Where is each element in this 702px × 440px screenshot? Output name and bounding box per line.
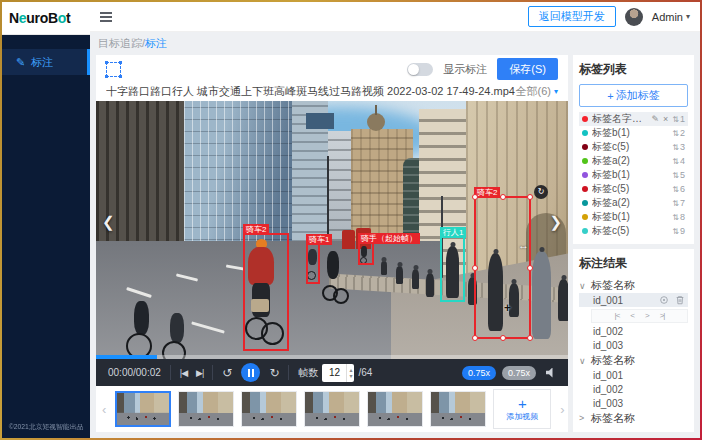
copyright-text: ©2021北京矩视智能出品 <box>9 422 84 431</box>
save-button[interactable]: 保存(S) <box>497 58 558 80</box>
speed-pill[interactable]: 0.75x <box>502 366 536 380</box>
show-annotation-label: 显示标注 <box>443 62 487 77</box>
video-thumbnail[interactable] <box>367 391 423 427</box>
bbox-rider1[interactable]: 骑车1 <box>306 243 320 284</box>
resize-handle[interactable] <box>472 335 478 341</box>
locate-icon[interactable] <box>659 295 669 305</box>
filmstrip-next-icon[interactable]: › <box>558 402 566 417</box>
label-row[interactable]: 标签c(5) ⇅3 <box>579 140 688 154</box>
content-columns: 显示标注 保存(S) 十字路口路口行人 城市交通上下班高峰斑马线过马路视频 20… <box>96 55 694 432</box>
next-frame-button[interactable]: ▶| <box>196 368 203 378</box>
label-row[interactable]: 标签a(2) ⇅7 <box>579 196 688 210</box>
filter-label: 全部(6) <box>516 84 551 99</box>
next-video-arrow[interactable]: ❯ <box>549 213 562 231</box>
scene-red-bus <box>342 230 355 249</box>
label-row[interactable]: 标签b(1) ⇅8 <box>579 210 688 224</box>
prev-frame-button[interactable]: |◀ <box>180 368 187 378</box>
bbox-rider-startframe[interactable]: 骑手（起始帧） <box>358 242 374 265</box>
label-row[interactable]: 标签a(2) ⇅4 <box>579 154 688 168</box>
user-menu[interactable]: Admin ▾ <box>652 11 690 23</box>
resize-handle[interactable] <box>472 265 478 271</box>
video-thumbnail[interactable] <box>241 391 297 427</box>
video-thumbnail-selected[interactable] <box>115 391 171 427</box>
label-row[interactable]: 标签c(5) ⇅9 <box>579 224 688 238</box>
label-color-dot <box>582 144 588 150</box>
volume-icon[interactable] <box>546 368 556 378</box>
bounding-box-tool-icon[interactable] <box>106 62 121 77</box>
video-progress-track[interactable] <box>96 355 568 359</box>
add-video-button[interactable]: + 添加视频 <box>493 389 551 429</box>
label-row[interactable]: 标签b(1) ⇅2 <box>579 126 688 140</box>
pager-last-icon[interactable]: >| <box>660 311 665 320</box>
pencil-icon: ✎ <box>16 56 25 69</box>
label-row[interactable]: 标签b(1) ⇅5 <box>579 168 688 182</box>
pager-first-icon[interactable]: |< <box>615 311 620 320</box>
label-color-dot <box>582 158 588 164</box>
result-group-collapsed[interactable]: > 标签名称 <box>579 411 688 426</box>
result-item-selected[interactable]: id_001 <box>579 293 688 307</box>
resize-handle[interactable] <box>527 335 533 341</box>
spinner-down-icon[interactable]: ▾ <box>347 373 354 379</box>
resize-handle[interactable] <box>527 194 533 200</box>
result-item[interactable]: id_003 <box>579 397 688 411</box>
back-to-model-dev-button[interactable]: 返回模型开发 <box>528 6 616 27</box>
shortcut-icon: ⇅ <box>672 115 679 124</box>
pager-prev-icon[interactable]: < <box>630 311 634 320</box>
scene-spire <box>375 105 377 115</box>
bbox-label: 骑车2 <box>243 224 269 235</box>
label-color-dot <box>582 172 588 178</box>
add-label-button[interactable]: + 添加标签 <box>579 84 688 107</box>
resize-handle[interactable] <box>472 194 478 200</box>
pager-next-icon[interactable]: > <box>645 311 649 320</box>
sidebar-item-annotate[interactable]: ✎ 标注 <box>2 49 90 75</box>
label-row[interactable]: 标签c(5) ⇅6 <box>579 182 688 196</box>
result-group[interactable]: ∨ 标签名称 <box>579 353 688 368</box>
frame-total-label: /64 <box>358 367 372 378</box>
box-rotate-button[interactable]: ↻ <box>534 185 548 199</box>
group-name: 标签名称 <box>591 353 635 368</box>
scene-cyclist-dark <box>327 251 339 279</box>
prev-video-arrow[interactable]: ❮ <box>102 213 115 231</box>
delete-label-icon[interactable]: × <box>663 114 668 124</box>
frame-number-input[interactable]: 12 ▴ ▾ <box>322 364 354 382</box>
edit-label-icon[interactable]: ✎ <box>651 114 659 124</box>
speed-pill-active[interactable]: 0.75x <box>462 366 496 380</box>
video-thumbnail[interactable] <box>178 391 234 427</box>
annotation-toolbar: 显示标注 保存(S) <box>96 55 568 83</box>
resize-handle[interactable] <box>500 194 506 200</box>
bbox-label: 行人1 <box>440 227 466 238</box>
result-id: id_001 <box>593 370 623 381</box>
video-thumbnail[interactable] <box>304 391 360 427</box>
result-item[interactable]: id_001 <box>579 368 688 382</box>
result-item[interactable]: id_003 <box>579 339 688 353</box>
bbox-pedestrian1[interactable]: 行人1 <box>440 236 465 302</box>
group-name: 标签名称 <box>591 278 635 293</box>
sidebar-item-label: 标注 <box>31 55 53 70</box>
avatar[interactable] <box>625 8 643 26</box>
label-list-title: 标签列表 <box>579 61 688 78</box>
label-row[interactable]: 标签名字最长数... ✎ × ⇅1 <box>579 112 688 126</box>
breadcrumb-parent[interactable]: 目标追踪 <box>98 37 142 49</box>
collapse-menu-icon[interactable] <box>100 12 112 14</box>
replay-10-button[interactable]: ↺ <box>222 366 232 380</box>
filmstrip-prev-icon[interactable]: ‹ <box>100 402 108 417</box>
logo-letters: uroB <box>26 10 57 26</box>
caret-down-icon: ∨ <box>579 281 587 291</box>
result-group[interactable]: ∨ 标签名称 <box>579 278 688 293</box>
filter-dropdown[interactable]: 全部(6) ▾ <box>516 84 558 99</box>
trash-icon[interactable] <box>675 295 685 305</box>
label-name: 标签名字最长数... <box>592 112 647 126</box>
pause-button[interactable] <box>241 363 260 382</box>
resize-handle[interactable] <box>527 265 533 271</box>
resize-handle[interactable] <box>500 335 506 341</box>
label-color-dot <box>582 228 588 234</box>
forward-10-button[interactable]: ↻ <box>269 366 279 380</box>
result-item[interactable]: id_002 <box>579 382 688 396</box>
shortcut-icon: ⇅ <box>672 171 679 180</box>
result-item[interactable]: id_002 <box>579 325 688 339</box>
bbox-rider2[interactable]: 骑车2 <box>243 233 289 351</box>
show-annotation-toggle[interactable] <box>407 63 433 76</box>
bbox-selected[interactable]: 骑车2 <box>474 196 531 339</box>
video-thumbnail[interactable] <box>430 391 486 427</box>
video-canvas[interactable]: 骑车2 骑车1 骑手（起始帧） 行人1 骑车2 <box>96 101 568 359</box>
